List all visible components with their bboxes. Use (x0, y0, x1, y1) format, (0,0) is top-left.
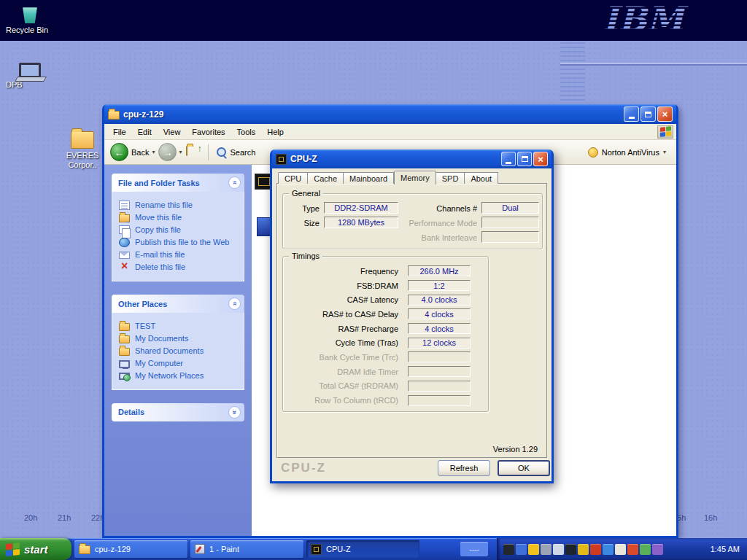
task-label: Move this file (135, 213, 182, 222)
envelope-icon (119, 252, 130, 259)
task-rename-file[interactable]: Rename this file (119, 201, 239, 210)
place-my-network-places[interactable]: My Network Places (119, 371, 239, 381)
update-icon[interactable] (590, 544, 601, 555)
minimize-button[interactable] (624, 106, 639, 122)
task-publish-file[interactable]: Publish this file to the Web (119, 238, 239, 247)
details-header[interactable]: Details » (112, 403, 244, 421)
channels-field[interactable]: Dual (481, 202, 539, 214)
display-settings-icon[interactable] (516, 544, 527, 555)
svg-text:IBM: IBM (603, 0, 689, 39)
graphics-icon[interactable] (640, 544, 651, 555)
safely-remove-icon[interactable] (541, 544, 551, 555)
menu-favorites[interactable]: Favorites (186, 125, 231, 139)
everest-label: EVERES Corpor.. (60, 151, 105, 169)
task-label: Publish this file to the Web (135, 238, 229, 247)
maximize-button[interactable] (640, 106, 656, 122)
place-my-computer[interactable]: My Computer (119, 359, 239, 368)
taskbar-button-explorer[interactable]: cpu-z-129 (74, 540, 187, 558)
cpuz-title: CPU-Z (290, 154, 498, 164)
forward-button[interactable]: → ▾ (158, 143, 182, 161)
search-button[interactable]: Search (216, 147, 256, 158)
timing-field[interactable]: 4 clocks (408, 308, 471, 319)
timing-row: DRAM Idle Timer (289, 365, 482, 379)
minimize-button[interactable] (501, 152, 516, 166)
toolbar-separator (208, 144, 209, 160)
network-icon[interactable] (603, 544, 614, 555)
timing-row: Cycle Time (Tras) 12 clocks (289, 335, 482, 350)
start-button[interactable]: start (0, 538, 71, 560)
taskbar-button-cpuz[interactable]: CPU-Z (306, 540, 419, 558)
type-label: Type (290, 204, 320, 213)
file-folder-tasks-header[interactable]: File and Folder Tasks » (112, 174, 244, 192)
desktop: IBM 20h 21h 22h 15h 16h Recycle Bin DPB … (0, 0, 747, 560)
size-field[interactable]: 1280 MBytes (324, 217, 398, 228)
maximize-button[interactable] (517, 152, 532, 166)
recycle-bin-label: Recycle Bin (6, 26, 48, 35)
taskbar-overflow-button[interactable]: ---- (460, 542, 488, 556)
expand-chevron-icon[interactable]: » (228, 406, 241, 419)
timing-field (408, 381, 471, 392)
close-button[interactable]: × (657, 106, 673, 122)
laptop-icon (19, 63, 41, 78)
timing-field[interactable]: 4 clocks (408, 323, 471, 334)
timing-field[interactable]: 1:2 (408, 280, 471, 291)
timing-field (408, 351, 471, 362)
tab-cache[interactable]: Cache (308, 172, 344, 184)
ibm-logo: IBM (600, 0, 702, 42)
back-button[interactable]: ← Back ▾ (110, 143, 155, 161)
place-shared-documents[interactable]: Shared Documents (119, 346, 239, 356)
timing-label: RAS# Precharge (289, 324, 398, 333)
timing-label: Frequency (289, 267, 398, 276)
menu-view[interactable]: View (158, 125, 187, 139)
type-field[interactable]: DDR2-SDRAM (324, 202, 398, 214)
file-folder-tasks-panel: File and Folder Tasks » Rename this file… (112, 174, 244, 281)
desktop-icon-dpb[interactable]: DPB (6, 63, 54, 78)
menu-file[interactable]: File (107, 125, 132, 139)
computer-icon (119, 360, 130, 368)
volume-icon[interactable] (553, 544, 564, 555)
ok-button[interactable]: OK (498, 460, 550, 476)
tab-mainboard[interactable]: Mainboard (344, 172, 394, 184)
place-my-documents[interactable]: My Documents (119, 334, 239, 343)
task-monitor-icon[interactable] (565, 544, 576, 555)
tab-memory[interactable]: Memory (394, 171, 436, 184)
timing-field[interactable]: 4.0 clocks (408, 295, 471, 306)
task-copy-file[interactable]: Copy this file (119, 225, 239, 235)
messenger-icon[interactable] (528, 544, 539, 555)
task-delete-file[interactable]: Delete this file (119, 262, 239, 272)
desktop-icon-everest-folder[interactable]: EVERES Corpor.. (60, 131, 105, 149)
refresh-button[interactable]: Refresh (438, 460, 490, 476)
details-title: Details (118, 408, 144, 416)
task-move-file[interactable]: Move this file (119, 213, 239, 222)
place-test[interactable]: TEST (119, 322, 239, 331)
taskbar-button-paint[interactable]: 1 - Paint (190, 540, 303, 558)
taskbar-clock[interactable]: 1:45 AM (706, 545, 740, 553)
menu-tools[interactable]: Tools (231, 125, 262, 139)
tab-spd[interactable]: SPD (436, 172, 465, 184)
explorer-titlebar[interactable]: cpu-z-129 × (104, 104, 676, 124)
keyboard-layout-icon[interactable] (503, 544, 514, 555)
antivirus-icon[interactable] (578, 544, 589, 555)
timings-groupbox: Timings Frequency 266.0 MHz FSB:DRAM 1:2… (282, 256, 489, 412)
timing-field[interactable]: 12 clocks (408, 338, 471, 349)
task-label: Rename this file (135, 201, 193, 210)
timing-field[interactable]: 266.0 MHz (408, 265, 471, 276)
norton-icon (588, 147, 598, 158)
firewall-icon[interactable] (627, 544, 638, 555)
menu-edit[interactable]: Edit (132, 125, 158, 139)
clock-sync-icon[interactable] (652, 544, 663, 555)
menu-help[interactable]: Help (261, 125, 290, 139)
folder-icon (119, 348, 130, 356)
norton-antivirus-button[interactable]: Norton AntiVirus ▾ (588, 147, 670, 158)
up-button[interactable] (186, 147, 201, 158)
cpuz-titlebar[interactable]: CPU-Z × (272, 149, 551, 168)
close-button[interactable]: × (533, 152, 548, 166)
collapse-chevron-icon[interactable]: » (228, 298, 241, 310)
task-email-file[interactable]: E-mail this file (119, 250, 239, 260)
other-places-header[interactable]: Other Places » (112, 295, 244, 313)
collapse-chevron-icon[interactable]: » (228, 176, 241, 189)
scheduler-icon[interactable] (615, 544, 626, 555)
tab-about[interactable]: About (465, 172, 498, 184)
desktop-icon-recycle-bin[interactable]: Recycle Bin (6, 3, 54, 23)
tab-cpu[interactable]: CPU (278, 172, 308, 184)
